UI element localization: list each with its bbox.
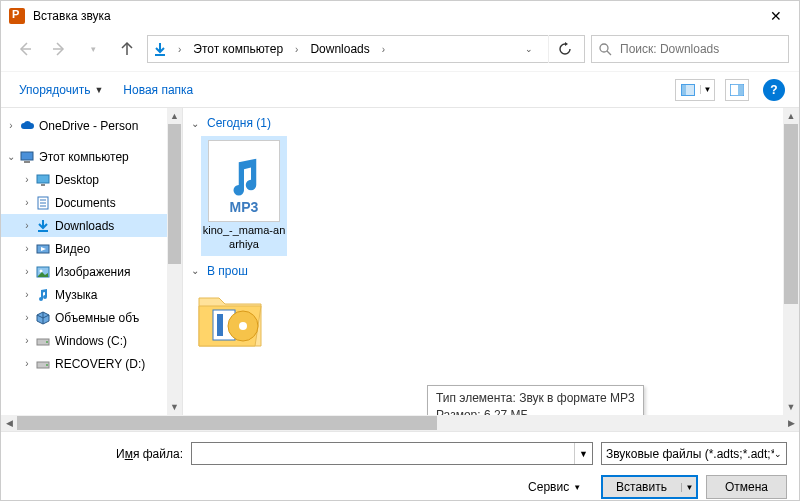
- group-header-prev[interactable]: ⌄ В прош: [191, 264, 791, 278]
- titlebar: Вставка звука ✕: [1, 1, 799, 31]
- chevron-right-icon[interactable]: ›: [19, 289, 35, 300]
- scroll-down-icon[interactable]: ▼: [167, 399, 182, 415]
- preview-pane-button[interactable]: [725, 79, 749, 101]
- horizontal-scrollbar[interactable]: ◀ ▶: [1, 415, 799, 431]
- insert-button[interactable]: Вставить ▼: [601, 475, 698, 499]
- music-note-icon: [226, 157, 262, 199]
- tree-item-label: RECOVERY (D:): [55, 357, 145, 371]
- chevron-right-icon[interactable]: ›: [3, 120, 19, 131]
- scroll-down-icon[interactable]: ▼: [783, 399, 799, 415]
- chevron-right-icon[interactable]: ›: [19, 266, 35, 277]
- chevron-right-icon[interactable]: ›: [291, 44, 302, 55]
- tree-item--[interactable]: ›Изображения: [1, 260, 182, 283]
- chevron-right-icon[interactable]: ›: [19, 243, 35, 254]
- vertical-scrollbar[interactable]: ▲ ▼: [783, 108, 799, 415]
- music-icon: [35, 287, 51, 303]
- tree-item-label: Объемные объ: [55, 311, 139, 325]
- file-list[interactable]: ⌄ Сегодня (1) MP3 kino_-_mama-anarhiya ⌄…: [183, 108, 799, 415]
- chevron-right-icon[interactable]: ›: [19, 358, 35, 369]
- filetype-select[interactable]: Звуковые файлы (*.adts;*.adt;*. ⌄: [601, 442, 787, 465]
- file-item[interactable]: MP3 kino_-_mama-anarhiya: [201, 136, 287, 256]
- tree-item-recovery-d-[interactable]: ›RECOVERY (D:): [1, 352, 182, 375]
- tree-item--[interactable]: ›Музыка: [1, 283, 182, 306]
- help-button[interactable]: ?: [763, 79, 785, 101]
- chevron-right-icon[interactable]: ›: [19, 197, 35, 208]
- chevron-down-icon[interactable]: ▼: [574, 443, 592, 464]
- arrow-right-icon: [51, 41, 67, 57]
- tree-item-desktop[interactable]: ›Desktop: [1, 168, 182, 191]
- refresh-button[interactable]: [548, 35, 580, 63]
- tree-item--[interactable]: ⌄Этот компьютер: [1, 145, 182, 168]
- scroll-up-icon[interactable]: ▲: [783, 108, 799, 124]
- tree-item-downloads[interactable]: ›Downloads: [1, 214, 182, 237]
- desktop-icon: [35, 172, 51, 188]
- chevron-down-icon[interactable]: ⌄: [3, 151, 19, 162]
- back-button[interactable]: [11, 35, 39, 63]
- address-bar[interactable]: › Этот компьютер › Downloads › ⌄: [147, 35, 585, 63]
- search-icon: [598, 42, 612, 56]
- tree-item--[interactable]: ›Видео: [1, 237, 182, 260]
- dialog-footer: Имя файла: ▼ Звуковые файлы (*.adts;*.ad…: [1, 431, 799, 501]
- scroll-thumb[interactable]: [17, 416, 437, 430]
- tree-item-label: Windows (C:): [55, 334, 127, 348]
- cancel-button[interactable]: Отмена: [706, 475, 787, 499]
- svg-point-24: [46, 341, 48, 343]
- svg-rect-13: [37, 175, 49, 183]
- view-icon: [676, 84, 700, 96]
- tree-item-onedrive-person[interactable]: ›OneDrive - Person: [1, 114, 182, 137]
- tree-item-documents[interactable]: ›Documents: [1, 191, 182, 214]
- close-button[interactable]: ✕: [753, 1, 799, 31]
- chevron-down-icon[interactable]: ▼: [681, 483, 697, 492]
- tree-item-windows-c-[interactable]: ›Windows (C:): [1, 329, 182, 352]
- recent-dropdown[interactable]: ▾: [79, 35, 107, 63]
- forward-button[interactable]: [45, 35, 73, 63]
- command-bar: Упорядочить ▼ Новая папка ▼ ?: [1, 71, 799, 108]
- pics-icon: [35, 264, 51, 280]
- organize-menu[interactable]: Упорядочить ▼: [15, 81, 107, 99]
- group-header-today[interactable]: ⌄ Сегодня (1): [191, 116, 791, 130]
- window-title: Вставка звука: [33, 9, 753, 23]
- scroll-right-icon[interactable]: ▶: [783, 418, 799, 428]
- preview-pane-icon: [730, 84, 744, 96]
- filename-combobox[interactable]: ▼: [191, 442, 593, 465]
- search-input[interactable]: [618, 41, 782, 57]
- breadcrumb-item[interactable]: Этот компьютер: [191, 42, 285, 56]
- svg-rect-11: [21, 152, 33, 160]
- scroll-up-icon[interactable]: ▲: [167, 108, 182, 124]
- cloud-icon: [19, 118, 35, 134]
- drive-icon: [35, 356, 51, 372]
- new-folder-button[interactable]: Новая папка: [117, 81, 199, 99]
- arrow-left-icon: [17, 41, 33, 57]
- breadcrumb-item[interactable]: Downloads: [308, 42, 371, 56]
- group-header-label: Сегодня (1): [207, 116, 271, 130]
- tree-scrollbar[interactable]: ▲▼: [167, 108, 182, 415]
- cube-icon: [35, 310, 51, 326]
- downloads-location-icon: [152, 41, 168, 57]
- file-name-label: kino_-_mama-anarhiya: [201, 224, 287, 252]
- scroll-thumb[interactable]: [784, 124, 798, 304]
- chevron-right-icon[interactable]: ›: [174, 44, 185, 55]
- filename-input[interactable]: [192, 443, 574, 464]
- scroll-thumb[interactable]: [168, 124, 181, 264]
- drive-icon: [35, 333, 51, 349]
- svg-point-22: [40, 269, 43, 272]
- chevron-down-icon: ▼: [94, 85, 103, 95]
- tree-item--[interactable]: ›Объемные объ: [1, 306, 182, 329]
- chevron-down-icon[interactable]: ▼: [700, 85, 714, 94]
- view-mode-button[interactable]: ▼: [675, 79, 715, 101]
- search-box[interactable]: [591, 35, 789, 63]
- insert-label: Вставить: [602, 480, 681, 494]
- chevron-right-icon[interactable]: ›: [19, 312, 35, 323]
- tools-menu[interactable]: Сервис ▼: [528, 480, 581, 494]
- chevron-right-icon[interactable]: ›: [378, 44, 389, 55]
- chevron-down-icon: ▼: [573, 483, 581, 492]
- scroll-left-icon[interactable]: ◀: [1, 418, 17, 428]
- chevron-right-icon[interactable]: ›: [19, 335, 35, 346]
- folder-item[interactable]: [195, 284, 267, 354]
- chevron-right-icon[interactable]: ›: [19, 220, 35, 231]
- up-button[interactable]: [113, 35, 141, 63]
- svg-rect-10: [738, 85, 743, 95]
- svg-rect-28: [217, 314, 223, 336]
- address-dropdown[interactable]: ⌄: [520, 35, 538, 63]
- chevron-right-icon[interactable]: ›: [19, 174, 35, 185]
